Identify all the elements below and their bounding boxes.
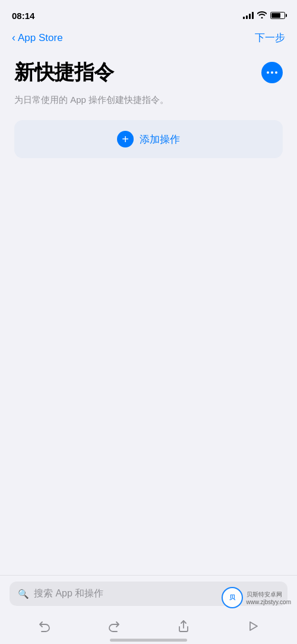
subtitle-text: 为日常使用的 App 操作创建快捷指令。: [14, 93, 283, 106]
watermark-logo: 贝: [222, 587, 243, 608]
bottom-bar: 🔍 搜索 App 和操作: [0, 575, 297, 644]
status-bar: 08:14: [0, 0, 297, 26]
play-button[interactable]: [241, 615, 265, 637]
signal-icon: [243, 12, 254, 19]
status-icons: [243, 11, 285, 20]
battery-icon: [270, 12, 285, 19]
back-label: App Store: [18, 32, 63, 44]
navigation-bar: ‹ App Store 下一步: [0, 26, 297, 49]
page-title: 新快捷指令: [14, 59, 114, 86]
watermark-logo-text: 贝: [223, 588, 242, 607]
share-button[interactable]: [172, 615, 195, 637]
add-action-button[interactable]: + 添加操作: [14, 120, 283, 158]
main-content: 新快捷指令 为日常使用的 App 操作创建快捷指令。 + 添加操作: [0, 49, 297, 180]
title-row: 新快捷指令: [14, 59, 283, 86]
wifi-icon: [257, 11, 267, 20]
watermark: 贝 贝斯特安卓网 www.zjbstyy.com: [222, 587, 291, 608]
chevron-left-icon: ‹: [12, 32, 15, 44]
plus-icon: +: [122, 133, 129, 145]
status-time: 08:14: [12, 11, 34, 21]
watermark-text: 贝斯特安卓网 www.zjbstyy.com: [247, 590, 291, 605]
watermark-line1: 贝斯特安卓网: [247, 590, 291, 599]
home-indicator: [110, 639, 187, 642]
undo-button[interactable]: [33, 615, 56, 637]
redo-button[interactable]: [102, 615, 126, 637]
add-action-label: 添加操作: [140, 133, 180, 146]
more-button[interactable]: [261, 62, 283, 83]
add-circle-icon: +: [117, 131, 134, 147]
more-dots-icon: [267, 71, 277, 74]
watermark-line2: www.zjbstyy.com: [247, 599, 291, 605]
search-icon: 🔍: [18, 589, 29, 599]
search-placeholder: 搜索 App 和操作: [34, 588, 103, 600]
next-button[interactable]: 下一步: [255, 31, 285, 45]
back-button[interactable]: ‹ App Store: [12, 32, 63, 44]
